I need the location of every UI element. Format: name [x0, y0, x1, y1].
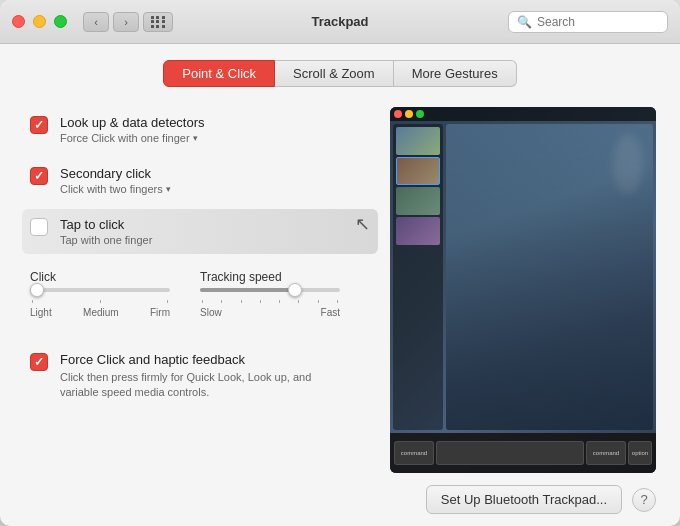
preview-tl-min [405, 110, 413, 118]
preview-key-command-right: command [586, 441, 626, 465]
preview-tl-max [416, 110, 424, 118]
chevron-down-icon: ▾ [193, 133, 198, 143]
settings-panel: ✓ Look up & data detectors Force Click w… [30, 107, 370, 473]
secondary-click-subtitle: Click with two fingers ▾ [60, 183, 171, 195]
checkmark-icon: ✓ [34, 118, 44, 132]
secondary-click-title: Secondary click [60, 166, 171, 181]
title-bar: ‹ › Trackpad 🔍 [0, 0, 680, 44]
secondary-click-checkbox-wrapper: ✓ [30, 167, 48, 185]
tab-scroll-zoom[interactable]: Scroll & Zoom [275, 60, 394, 87]
traffic-lights [12, 15, 67, 28]
maximize-button[interactable] [54, 15, 67, 28]
setup-bluetooth-button[interactable]: Set Up Bluetooth Trackpad... [426, 485, 622, 514]
look-up-subtitle: Force Click with one finger ▾ [60, 132, 205, 144]
forward-button[interactable]: › [113, 12, 139, 32]
tracking-slider-labels: Slow Fast [200, 307, 340, 318]
tracking-max-label: Fast [321, 307, 340, 318]
back-button[interactable]: ‹ [83, 12, 109, 32]
search-icon: 🔍 [517, 15, 532, 29]
click-min-label: Light [30, 307, 52, 318]
look-up-text: Look up & data detectors Force Click wit… [60, 115, 205, 144]
preview-key-label-2: command [593, 450, 619, 456]
force-click-title: Force Click and haptic feedback [60, 352, 340, 367]
force-click-checkbox-wrapper: ✓ [30, 353, 48, 371]
click-slider-thumb[interactable] [30, 283, 44, 297]
preview-tl-close [394, 110, 402, 118]
tap-to-click-setting: Tap to click Tap with one finger ↖ [22, 209, 378, 254]
preview-thumb-1 [396, 127, 440, 155]
content-area: Point & Click Scroll & Zoom More Gesture… [0, 44, 680, 526]
help-button[interactable]: ? [632, 488, 656, 512]
tracking-min-label: Slow [200, 307, 222, 318]
preview-background: command command option [390, 107, 656, 473]
look-up-title: Look up & data detectors [60, 115, 205, 130]
preview-key-space [436, 441, 584, 465]
checkmark-icon: ✓ [34, 169, 44, 183]
preview-key-option: option [628, 441, 652, 465]
tracking-slider-thumb[interactable] [288, 283, 302, 297]
chevron-down-icon: ▾ [166, 184, 171, 194]
search-box[interactable]: 🔍 [508, 11, 668, 33]
sliders-section: Click Light Medium [30, 270, 370, 334]
window-title: Trackpad [311, 14, 368, 29]
preview-panel: command command option [390, 107, 656, 473]
checkmark-icon: ✓ [34, 355, 44, 369]
secondary-click-setting: ✓ Secondary click Click with two fingers… [30, 158, 370, 203]
click-slider-track [30, 288, 170, 292]
click-max-label: Firm [150, 307, 170, 318]
preview-sidebar [393, 124, 443, 430]
preview-thumb-2 [396, 157, 440, 185]
tab-more-gestures[interactable]: More Gestures [394, 60, 517, 87]
tap-to-click-checkbox-wrapper [30, 218, 48, 236]
preview-key-label: command [401, 450, 427, 456]
cursor-icon: ↖ [355, 213, 370, 235]
tracking-slider-track [200, 288, 340, 292]
tracking-slider-label: Tracking speed [200, 270, 340, 284]
click-slider-label: Click [30, 270, 170, 284]
main-area: ✓ Look up & data detectors Force Click w… [0, 107, 680, 473]
click-mid-label: Medium [83, 307, 119, 318]
force-click-text: Force Click and haptic feedback Click th… [60, 352, 340, 401]
tracking-tick-marks [200, 300, 340, 303]
tap-to-click-subtitle: Tap with one finger [60, 234, 152, 246]
look-up-checkbox-wrapper: ✓ [30, 116, 48, 134]
tab-bar: Point & Click Scroll & Zoom More Gesture… [0, 60, 680, 87]
secondary-click-checkbox[interactable]: ✓ [30, 167, 48, 185]
minimize-button[interactable] [33, 15, 46, 28]
click-slider-labels: Light Medium Firm [30, 307, 170, 318]
two-sliders: Click Light Medium [30, 270, 370, 318]
preview-menubar [390, 107, 656, 121]
tap-to-click-checkbox[interactable] [30, 218, 48, 236]
preview-gradient [446, 124, 653, 430]
tracking-slider-container [200, 288, 340, 292]
look-up-setting: ✓ Look up & data detectors Force Click w… [30, 107, 370, 152]
main-window: ‹ › Trackpad 🔍 Point & Click Scroll & Zo… [0, 0, 680, 526]
look-up-checkbox[interactable]: ✓ [30, 116, 48, 134]
preview-key-label-3: option [632, 450, 648, 456]
tap-to-click-text: Tap to click Tap with one finger [60, 217, 152, 246]
preview-content [390, 121, 656, 433]
tab-point-click[interactable]: Point & Click [163, 60, 275, 87]
bottom-bar: Set Up Bluetooth Trackpad... ? [0, 473, 680, 526]
grid-icon [151, 16, 166, 28]
click-tick-marks [30, 300, 170, 303]
close-button[interactable] [12, 15, 25, 28]
preview-thumb-3 [396, 187, 440, 215]
preview-keyboard: command command option [390, 433, 656, 473]
preview-key-command-left: command [394, 441, 434, 465]
preview-main-photo [446, 124, 653, 430]
search-input[interactable] [537, 15, 659, 29]
force-click-description: Click then press firmly for Quick Look, … [60, 370, 340, 401]
preview-thumb-4 [396, 217, 440, 245]
tracking-slider-fill [200, 288, 298, 292]
secondary-click-text: Secondary click Click with two fingers ▾ [60, 166, 171, 195]
grid-view-button[interactable] [143, 12, 173, 32]
nav-buttons: ‹ › [83, 12, 139, 32]
click-slider-container [30, 288, 170, 292]
force-click-setting: ✓ Force Click and haptic feedback Click … [30, 344, 370, 409]
tap-to-click-title: Tap to click [60, 217, 152, 232]
force-click-checkbox[interactable]: ✓ [30, 353, 48, 371]
preview-image: command command option [390, 107, 656, 473]
click-slider-group: Click Light Medium [30, 270, 170, 318]
tracking-slider-group: Tracking speed [200, 270, 340, 318]
